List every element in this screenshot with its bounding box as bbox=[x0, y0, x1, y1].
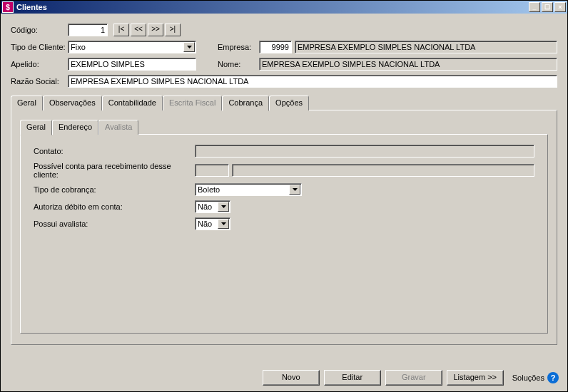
tipo-cobranca-value: Boleto bbox=[196, 185, 288, 194]
novo-button[interactable]: Novo bbox=[263, 370, 320, 386]
empresa-name-field: EMPRESA EXEMPLO SIMPLES NACIONAL LTDA bbox=[295, 41, 557, 53]
contato-field[interactable] bbox=[195, 145, 534, 158]
tab-geral[interactable]: Geral bbox=[11, 96, 43, 110]
possui-avalista-combo[interactable]: Não bbox=[195, 217, 230, 230]
editar-button[interactable]: Editar bbox=[324, 370, 381, 386]
tipo-cliente-value: Fixo bbox=[69, 43, 183, 51]
svg-marker-3 bbox=[221, 222, 226, 225]
svg-marker-2 bbox=[221, 205, 226, 208]
autoriza-debito-value: Não bbox=[196, 202, 217, 211]
apelido-field[interactable]: EXEMPLO SIMPLES bbox=[68, 58, 196, 71]
codigo-field[interactable]: 1 bbox=[68, 24, 108, 36]
razao-social-label: Razão Social: bbox=[11, 77, 68, 86]
outer-tabs: Geral Observações Contabilidade Escrita … bbox=[11, 96, 557, 110]
close-button[interactable]: × bbox=[554, 2, 566, 12]
gravar-button: Gravar bbox=[385, 370, 442, 386]
chevron-down-icon[interactable] bbox=[218, 219, 229, 229]
clientes-window: $ Clientes _ ☐ × Código: 1 |< << >> >| T… bbox=[0, 0, 568, 392]
chevron-down-icon[interactable] bbox=[218, 202, 229, 212]
titlebar: $ Clientes _ ☐ × bbox=[1, 1, 567, 14]
tipo-cliente-label: Tipo de Cliente: bbox=[11, 43, 68, 51]
nav-prev-button[interactable]: << bbox=[131, 24, 146, 36]
nav-last-button[interactable]: >| bbox=[165, 24, 181, 36]
tab-observacoes[interactable]: Observações bbox=[43, 96, 102, 110]
possui-avalista-value: Não bbox=[196, 220, 217, 228]
outer-tab-panel: Geral Endereço Avalista Contato: Possíve… bbox=[11, 110, 557, 345]
apelido-label: Apelido: bbox=[11, 60, 68, 68]
conta-code-field[interactable] bbox=[195, 164, 229, 177]
tab-opcoes[interactable]: Opções bbox=[269, 96, 309, 110]
chevron-down-icon[interactable] bbox=[183, 42, 195, 52]
tab-escrita-fiscal: Escrita Fiscal bbox=[163, 96, 222, 110]
razao-social-field[interactable]: EMPRESA EXEMPLO SIMPLES NACIONAL LTDA bbox=[68, 75, 557, 88]
tab-contabilidade[interactable]: Contabilidade bbox=[102, 96, 163, 110]
help-icon: ? bbox=[547, 372, 559, 383]
window-title: Clientes bbox=[16, 3, 529, 11]
app-icon: $ bbox=[2, 1, 14, 13]
subtab-geral[interactable]: Geral bbox=[20, 120, 52, 135]
possui-avalista-label: Possui avalista: bbox=[34, 220, 195, 228]
svg-marker-0 bbox=[187, 46, 192, 48]
maximize-button[interactable]: ☐ bbox=[542, 2, 553, 12]
conta-recebimento-label: Possível conta para recebimento desse cl… bbox=[34, 162, 195, 179]
chevron-down-icon[interactable] bbox=[289, 185, 300, 195]
nome-field: EMPRESA EXEMPLO SIMPLES NACIONAL LTDA bbox=[259, 58, 557, 71]
subtab-endereco[interactable]: Endereço bbox=[52, 120, 98, 135]
tipo-cliente-combo[interactable]: Fixo bbox=[68, 41, 196, 53]
contato-label: Contato: bbox=[34, 147, 195, 155]
tipo-cobranca-label: Tipo de cobrança: bbox=[34, 185, 195, 194]
inner-tabs: Geral Endereço Avalista bbox=[20, 120, 548, 135]
autoriza-debito-combo[interactable]: Não bbox=[195, 200, 230, 213]
listagem-button[interactable]: Listagem >> bbox=[447, 370, 504, 386]
inner-tab-panel: Contato: Possível conta para recebimento… bbox=[20, 134, 548, 334]
solucoes-label: Soluções bbox=[512, 373, 544, 382]
codigo-label: Código: bbox=[11, 26, 68, 34]
tipo-cobranca-combo[interactable]: Boleto bbox=[195, 183, 302, 196]
autoriza-debito-label: Autoriza débito em conta: bbox=[34, 202, 195, 211]
empresa-label: Empresa: bbox=[218, 43, 259, 51]
tab-cobranca[interactable]: Cobrança bbox=[222, 96, 269, 111]
subtab-avalista: Avalista bbox=[98, 120, 138, 135]
svg-marker-1 bbox=[293, 188, 298, 191]
minimize-button[interactable]: _ bbox=[529, 2, 540, 12]
nav-next-button[interactable]: >> bbox=[148, 24, 163, 36]
nome-label: Nome: bbox=[218, 60, 259, 68]
solucoes-link[interactable]: Soluções ? bbox=[512, 372, 559, 383]
footer: Novo Editar Gravar Listagem >> Soluções … bbox=[1, 366, 567, 391]
nav-first-button[interactable]: |< bbox=[113, 24, 129, 36]
conta-desc-field bbox=[232, 164, 534, 177]
empresa-code-field[interactable]: 9999 bbox=[259, 41, 292, 53]
